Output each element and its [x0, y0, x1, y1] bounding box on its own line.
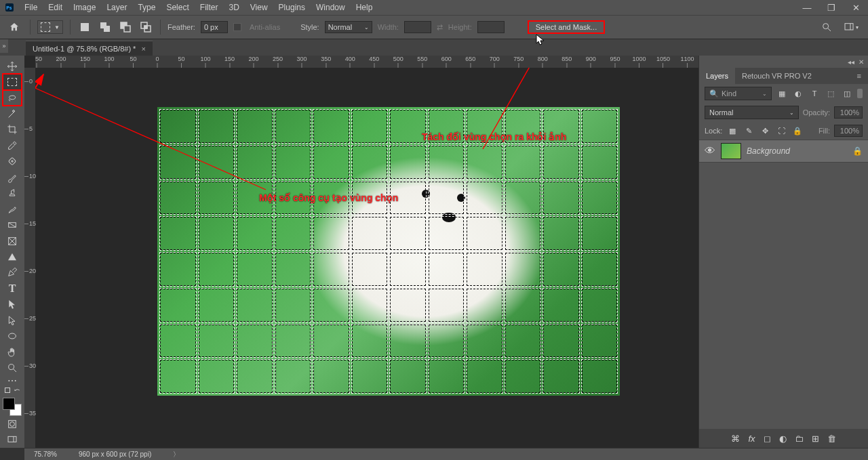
filter-type-icon[interactable]: T [808, 87, 821, 100]
move-tool[interactable] [3, 58, 22, 74]
canvas-viewport[interactable]: Tách đối vùng chọn ra khỏi ảnh Một số cô… [35, 68, 698, 448]
frame-tool[interactable] [3, 233, 22, 249]
horizontal-ruler[interactable]: 2502001501005005010015020025030035040045… [35, 56, 698, 68]
path-selection-tool[interactable] [3, 297, 22, 312]
lock-paint-button[interactable]: ✎ [743, 125, 755, 137]
quick-mask-toggle[interactable] [3, 416, 22, 432]
chevron-down-icon: ▼ [54, 24, 60, 30]
chevron-down-icon: ⌄ [364, 24, 369, 30]
selection-add-button[interactable] [98, 20, 113, 35]
lasso-tool[interactable] [3, 90, 22, 106]
window-maximize-button[interactable]: ❐ [819, 0, 844, 15]
tab-layers[interactable]: Layers [699, 68, 735, 84]
tools-panel: T ⋯ ⤺ [0, 56, 24, 448]
opacity-input[interactable]: 100% [834, 106, 863, 119]
lock-artboard-button[interactable]: ⛶ [775, 125, 787, 137]
menu-file[interactable]: File [19, 3, 43, 12]
search-button[interactable] [819, 20, 834, 35]
feather-input[interactable]: 0 px [201, 21, 228, 33]
dock-expand-handle[interactable]: » [0, 39, 8, 53]
menu-filter[interactable]: Filter [195, 3, 224, 12]
triangle-tool[interactable] [3, 249, 22, 264]
layer-fx-button[interactable]: fx [748, 434, 755, 444]
doc-info-display[interactable]: 960 px x 600 px (72 ppi) [75, 451, 155, 458]
history-brush-tool[interactable] [3, 201, 22, 217]
menu-edit[interactable]: Edit [43, 3, 68, 12]
default-colors-button[interactable]: ⤺ [12, 385, 22, 395]
style-select[interactable]: Normal⌄ [325, 21, 372, 33]
zoom-tool[interactable] [3, 360, 22, 375]
hand-tool[interactable] [3, 344, 22, 360]
edit-toolbar-button[interactable] [3, 385, 12, 395]
adjustment-layer-button[interactable]: ◐ [779, 434, 787, 444]
screen-mode-button[interactable] [3, 432, 22, 448]
healing-brush-tool[interactable] [3, 154, 22, 169]
menu-help[interactable]: Help [351, 3, 378, 12]
panel-collapse-button[interactable]: ◂◂ [848, 58, 854, 66]
group-layers-button[interactable]: 🗀 [795, 434, 804, 444]
type-tool[interactable]: T [3, 280, 22, 296]
panel-close-button[interactable]: ✕ [859, 58, 864, 66]
filter-pixel-icon[interactable]: ▦ [776, 87, 788, 100]
panel-tabs: Layers Retouch VR PRO V2 ≡ [699, 68, 868, 84]
menu-select[interactable]: Select [161, 3, 194, 12]
layer-lock-icon[interactable]: 🔒 [852, 146, 863, 156]
menu-image[interactable]: Image [68, 3, 101, 12]
menu-view[interactable]: View [245, 3, 273, 12]
ellipse-tool[interactable] [3, 328, 22, 343]
new-layer-button[interactable]: ⊞ [812, 434, 819, 444]
zoom-display[interactable]: 75.78% [30, 451, 61, 458]
tool-preset-picker[interactable]: ▼ [37, 20, 63, 34]
color-swatches[interactable] [3, 398, 22, 416]
filter-adjustment-icon[interactable]: ◐ [792, 87, 804, 100]
tab-retouch-vr[interactable]: Retouch VR PRO V2 [735, 68, 818, 84]
direct-selection-tool[interactable] [3, 312, 22, 328]
link-layers-button[interactable]: ⌘ [731, 434, 740, 444]
menu-plugins[interactable]: Plugins [273, 3, 311, 12]
layer-name[interactable]: Background [747, 146, 847, 156]
crop-tool[interactable] [3, 122, 22, 138]
menu-layer[interactable]: Layer [101, 3, 132, 12]
blend-mode-select[interactable]: Normal⌄ [705, 106, 799, 119]
vertical-ruler[interactable]: 05101520253035 [24, 68, 35, 448]
layer-visibility-toggle[interactable]: 👁 [705, 145, 715, 157]
document-tab[interactable]: Untitled-1 @ 75.8% (RGB/8#) * × [26, 41, 153, 56]
add-mask-button[interactable]: ◻ [764, 434, 771, 444]
gradient-tool[interactable] [3, 217, 22, 232]
svg-rect-12 [845, 24, 853, 30]
fill-input[interactable]: 100% [834, 125, 863, 137]
lock-all-button[interactable]: 🔒 [791, 125, 804, 137]
rectangular-marquee-tool[interactable] [3, 74, 22, 89]
selection-new-button[interactable] [77, 20, 92, 35]
selection-intersect-button[interactable] [138, 20, 153, 35]
pen-tool[interactable] [3, 265, 22, 280]
toolbar-more[interactable]: ⋯ [3, 376, 22, 385]
delete-layer-button[interactable]: 🗑 [827, 434, 836, 444]
layer-filter-kind[interactable]: 🔍Kind ⌄ [705, 87, 772, 100]
window-close-button[interactable]: ✕ [844, 0, 868, 15]
brush-tool[interactable] [3, 169, 22, 185]
close-tab-button[interactable]: × [141, 45, 145, 53]
document-tab-bar: Untitled-1 @ 75.8% (RGB/8#) * × [0, 39, 868, 56]
lock-transparent-button[interactable]: ▩ [726, 125, 738, 137]
layer-row-background[interactable]: 👁 Background 🔒 [699, 140, 868, 163]
filter-toggle[interactable] [857, 89, 863, 98]
lock-position-button[interactable]: ✥ [759, 125, 771, 137]
menu-type[interactable]: Type [132, 3, 161, 12]
select-and-mask-button[interactable]: Select and Mask... [528, 20, 606, 34]
selection-subtract-button[interactable] [118, 20, 133, 35]
filter-smart-icon[interactable]: ◫ [841, 87, 853, 100]
foreground-color-swatch[interactable] [3, 398, 15, 410]
status-more[interactable]: 〉 [169, 450, 184, 459]
clone-stamp-tool[interactable] [3, 186, 22, 201]
home-button[interactable] [5, 20, 23, 35]
menu-3d[interactable]: 3D [223, 3, 244, 12]
filter-shape-icon[interactable]: ⬚ [825, 87, 837, 100]
layer-thumbnail[interactable] [721, 143, 741, 159]
panel-menu-button[interactable]: ≡ [850, 68, 868, 84]
magic-wand-tool[interactable] [3, 106, 22, 121]
window-minimize-button[interactable]: — [795, 0, 819, 15]
workspace-switcher[interactable]: ▾ [844, 20, 859, 35]
eyedropper-tool[interactable] [3, 138, 22, 153]
menu-window[interactable]: Window [311, 3, 351, 12]
